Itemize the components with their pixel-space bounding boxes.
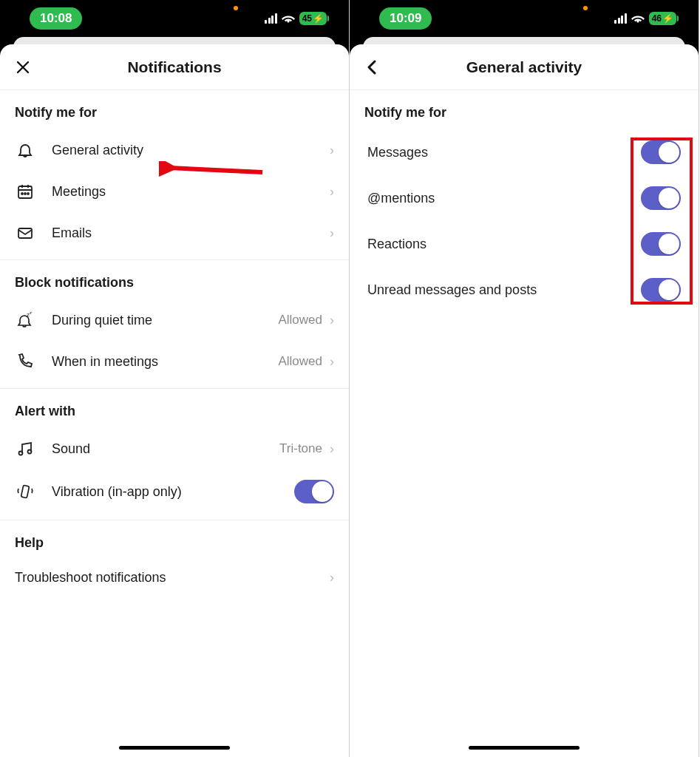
vibration-icon — [15, 481, 35, 502]
wifi-icon — [631, 13, 645, 24]
phone-general-activity: 10:09 46⚡ General activity Notify me for… — [350, 0, 699, 757]
chevron-right-icon: › — [330, 225, 334, 241]
section-title-help: Help — [0, 520, 349, 560]
page-title: Notifications — [0, 58, 349, 76]
row-label: General activity — [52, 143, 330, 158]
row-label: Meetings — [52, 184, 330, 200]
close-button[interactable] — [4, 49, 41, 86]
row-label: Reactions — [367, 237, 641, 252]
row-quiet-time[interactable]: zz During quiet time Allowed › — [0, 299, 349, 341]
home-indicator[interactable] — [469, 746, 580, 750]
row-messages: Messages — [350, 129, 699, 175]
row-label: Troubleshoot notifications — [15, 570, 330, 585]
sheet-header: Notifications — [0, 44, 349, 90]
svg-text:z: z — [30, 310, 32, 315]
row-in-meetings[interactable]: When in meetings Allowed › — [0, 341, 349, 382]
chevron-right-icon: › — [330, 441, 334, 457]
row-value: Tri-tone — [279, 441, 322, 456]
back-button[interactable] — [354, 49, 391, 86]
mail-icon — [15, 223, 35, 243]
row-label: Unread messages and posts — [367, 282, 641, 298]
row-label: Emails — [52, 225, 330, 241]
phone-icon — [15, 351, 35, 372]
bell-icon — [15, 140, 35, 160]
sheet-header: General activity — [350, 44, 699, 90]
svg-rect-4 — [18, 228, 32, 238]
home-indicator[interactable] — [119, 746, 230, 750]
row-unread: Unread messages and posts — [350, 267, 699, 313]
svg-point-1 — [21, 193, 23, 194]
row-sound[interactable]: Sound Tri-tone › — [0, 428, 349, 469]
row-meetings[interactable]: Meetings › — [0, 171, 349, 212]
status-icons: 46⚡ — [614, 12, 676, 25]
chevron-right-icon: › — [330, 184, 334, 200]
toggle-unread[interactable] — [641, 278, 681, 302]
recording-indicator-dot — [234, 6, 238, 10]
row-vibration: Vibration (in-app only) — [0, 469, 349, 514]
toggle-reactions[interactable] — [641, 232, 681, 256]
quiet-time-icon: zz — [15, 310, 35, 330]
notifications-sheet: Notifications Notify me for General acti… — [0, 44, 349, 757]
section-title-notify: Notify me for — [0, 90, 349, 129]
wifi-icon — [282, 13, 295, 24]
svg-point-8 — [28, 450, 32, 454]
row-value: Allowed — [278, 354, 322, 369]
recording-indicator-dot — [583, 6, 588, 10]
time-pill: 10:08 — [30, 7, 82, 30]
svg-point-3 — [27, 193, 29, 194]
row-label: During quiet time — [52, 313, 278, 328]
phone-notifications: 10:08 45⚡ Notifications Notify me for Ge… — [0, 0, 350, 757]
row-label: @mentions — [367, 191, 641, 206]
chevron-right-icon: › — [330, 313, 334, 328]
row-general-activity[interactable]: General activity › — [0, 129, 349, 171]
chevron-right-icon: › — [330, 143, 334, 158]
general-activity-sheet: General activity Notify me for Messages … — [350, 44, 699, 757]
status-bar: 10:08 45⚡ — [0, 0, 349, 37]
row-label: Vibration (in-app only) — [52, 484, 294, 500]
section-title-block: Block notifications — [0, 260, 349, 299]
section-title-notify: Notify me for — [350, 90, 699, 129]
row-emails[interactable]: Emails › — [0, 212, 349, 254]
row-label: When in meetings — [52, 354, 278, 370]
music-icon — [15, 438, 35, 459]
svg-point-7 — [19, 452, 23, 455]
cellular-icon — [265, 13, 277, 24]
row-mentions: @mentions — [350, 175, 699, 221]
vibration-toggle[interactable] — [294, 480, 334, 503]
svg-point-2 — [24, 193, 26, 194]
battery-icon: 45⚡ — [299, 12, 327, 25]
row-reactions: Reactions — [350, 221, 699, 267]
page-title: General activity — [350, 58, 699, 76]
toggle-messages[interactable] — [641, 140, 681, 164]
svg-rect-9 — [21, 485, 29, 498]
row-value: Allowed — [278, 313, 322, 327]
cellular-icon — [614, 13, 627, 24]
row-troubleshoot[interactable]: Troubleshoot notifications › — [0, 560, 349, 596]
status-icons: 45⚡ — [265, 12, 327, 25]
calendar-icon — [15, 181, 35, 202]
chevron-right-icon: › — [330, 354, 334, 370]
row-label: Messages — [367, 145, 641, 160]
time-pill: 10:09 — [379, 7, 432, 30]
svg-rect-0 — [18, 186, 32, 198]
section-title-alert: Alert with — [0, 389, 349, 428]
status-bar: 10:09 46⚡ — [350, 0, 699, 37]
row-label: Sound — [52, 441, 279, 457]
battery-icon: 46⚡ — [649, 12, 676, 25]
toggle-mentions[interactable] — [641, 186, 681, 210]
close-icon — [15, 59, 31, 75]
chevron-left-icon — [364, 59, 381, 75]
chevron-right-icon: › — [330, 570, 334, 585]
